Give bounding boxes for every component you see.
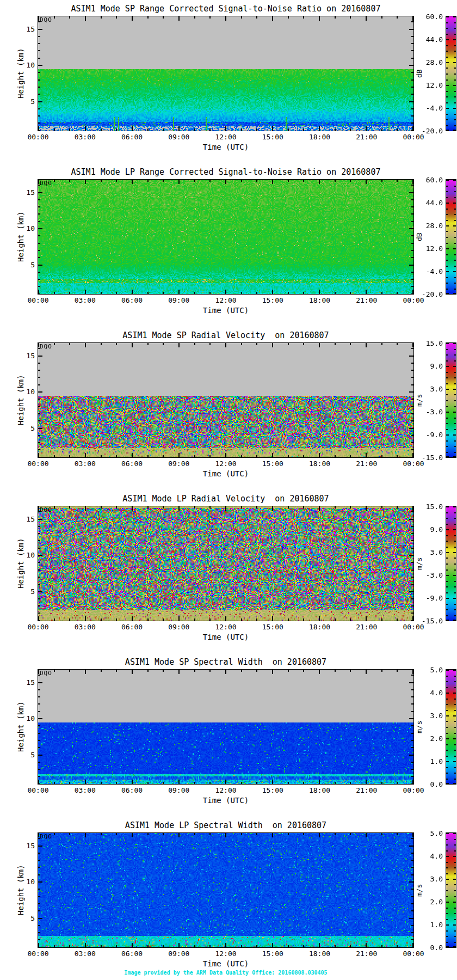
colorbar-tick-label: 5.0 [430, 830, 443, 837]
colorbar-tick-label: 28.0 [426, 222, 443, 229]
x-tick-label: 12:00 [213, 950, 238, 958]
x-tick-label: 21:00 [354, 950, 379, 958]
x-tick-label: 00:00 [26, 623, 51, 631]
y-tick-label: 15 [26, 515, 35, 522]
x-tick-label: 00:00 [26, 297, 51, 304]
x-tick-label: 09:00 [166, 787, 192, 794]
plot-title: ASIM1 Mode SP Spectral Width on 20160807 [38, 657, 413, 667]
heatmap-canvas [38, 343, 413, 457]
y-tick-labels: 51015 [22, 16, 35, 131]
x-axis-label: Time (UTC) [38, 469, 413, 478]
colorbar-tick-label: 15.0 [426, 503, 443, 510]
plot-title: ASIM1 Mode LP Radial Velocity on 2016080… [38, 494, 413, 504]
heatmap-canvas [38, 833, 413, 947]
x-tick-label: 03:00 [72, 297, 97, 304]
panel-sp-vel: ASIM1 Mode SP Radial Velocity on 2016080… [0, 327, 457, 490]
y-tick-labels: 51015 [22, 833, 35, 947]
y-tick-labels: 51015 [22, 180, 35, 294]
y-tick-label: 15 [26, 678, 35, 685]
y-tick-labels: 51015 [22, 670, 35, 784]
colorbar-tick-label: 0.0 [430, 944, 443, 951]
colorbar-tick-label: -15.0 [422, 617, 443, 624]
y-tick-labels: 51015 [22, 343, 35, 457]
y-tick-label: 15 [26, 188, 35, 195]
x-tick-label: 12:00 [213, 460, 238, 468]
colorbar [446, 16, 456, 131]
panel-sp-width: ASIM1 Mode SP Spectral Width on 20160807… [0, 653, 457, 817]
x-tick-label: 00:00 [26, 787, 51, 794]
y-tick-label: 15 [26, 25, 35, 32]
x-tick-label: 00:00 [26, 460, 51, 468]
x-tick-label: 03:00 [72, 623, 97, 631]
x-axis-label: Time (UTC) [38, 959, 413, 968]
x-tick-label: 09:00 [166, 623, 192, 631]
colorbar-tick-label: 44.0 [426, 36, 443, 43]
x-tick-label: 15:00 [260, 133, 285, 141]
x-tick-label: 06:00 [120, 950, 145, 958]
y-tick-label: 5 [30, 751, 35, 758]
colorbar-tick-label: -3.0 [426, 572, 443, 579]
x-tick-labels: 00:0003:0006:0009:0012:0015:0018:0021:00… [26, 133, 426, 141]
x-tick-label: 12:00 [213, 297, 238, 304]
heatmap-canvas [38, 180, 413, 294]
x-tick-label: 18:00 [307, 950, 332, 958]
x-tick-label: 21:00 [354, 787, 379, 794]
colorbar-tick-label: -4.0 [426, 105, 443, 112]
x-axis-label: Time (UTC) [38, 633, 413, 641]
x-tick-label: 03:00 [72, 787, 97, 794]
colorbar-tick-label: 2.0 [430, 735, 443, 742]
colorbar-tick-label: 2.0 [430, 898, 443, 905]
colorbar-tick-label: 12.0 [426, 82, 443, 89]
credit-text: Image provided by the ARM Data Quality O… [38, 970, 413, 976]
corner-label-dqo: DQO [40, 16, 52, 23]
y-tick-label: 5 [30, 424, 35, 431]
heatmap-canvas [38, 506, 413, 621]
colorbar-tick-label: 15.0 [426, 340, 443, 347]
x-tick-label: 09:00 [166, 950, 192, 958]
colorbar-tick-label: 12.0 [426, 245, 443, 252]
colorbar-tick-label: 3.0 [430, 875, 443, 883]
colorbar-tick-label: 9.0 [430, 526, 443, 533]
colorbar-tick-label: -15.0 [422, 454, 443, 461]
x-axis-label: Time (UTC) [38, 143, 413, 151]
corner-label-dqo: DQO [40, 343, 52, 350]
x-tick-label: 12:00 [213, 623, 238, 631]
x-tick-label: 18:00 [307, 460, 332, 468]
x-axis-label: Time (UTC) [38, 306, 413, 315]
x-tick-label: 00:00 [26, 133, 51, 141]
colorbar-tick-labels: 15.09.03.0-3.0-9.0-15.0 [403, 343, 443, 457]
x-tick-label: 06:00 [120, 623, 145, 631]
corner-label-dqo: DQO [40, 670, 52, 677]
corner-label-dqo: DQO [40, 506, 52, 513]
panel-lp-vel: ASIM1 Mode LP Radial Velocity on 2016080… [0, 490, 457, 653]
x-tick-label: 00:00 [401, 787, 426, 794]
colorbar-tick-label: 1.0 [430, 758, 443, 765]
colorbar-tick-label: -9.0 [426, 595, 443, 602]
y-tick-labels: 51015 [22, 506, 35, 621]
colorbar-tick-label: -9.0 [426, 431, 443, 438]
plot-area: DQO [38, 506, 414, 621]
x-tick-label: 00:00 [26, 950, 51, 958]
colorbar-tick-labels: 5.04.03.02.01.00.0 [403, 670, 443, 784]
corner-label-dqo: DQO [40, 833, 52, 840]
colorbar-tick-label: 44.0 [426, 199, 443, 206]
x-tick-label: 06:00 [120, 460, 145, 468]
x-tick-label: 12:00 [213, 133, 238, 141]
colorbar-tick-label: -3.0 [426, 408, 443, 415]
plot-area: DQO [38, 16, 414, 131]
x-tick-label: 06:00 [120, 297, 145, 304]
x-tick-label: 09:00 [166, 297, 192, 304]
colorbar-tick-labels: 15.09.03.0-3.0-9.0-15.0 [403, 506, 443, 621]
corner-label-dqo: DQO [40, 180, 52, 187]
colorbar [446, 342, 456, 458]
colorbar-tick-labels: 60.044.028.012.0-4.0-20.0 [403, 16, 443, 131]
x-tick-label: 00:00 [401, 950, 426, 958]
colorbar [446, 179, 456, 295]
colorbar [446, 506, 456, 621]
panel-lp-snr: ASIM1 Mode LP Range Corrected Signal-to-… [0, 163, 457, 327]
x-tick-label: 21:00 [354, 297, 379, 304]
x-tick-label: 18:00 [307, 623, 332, 631]
x-tick-label: 21:00 [354, 623, 379, 631]
plot-title: ASIM1 Mode LP Spectral Width on 20160807 [38, 820, 413, 830]
x-tick-label: 15:00 [260, 460, 285, 468]
